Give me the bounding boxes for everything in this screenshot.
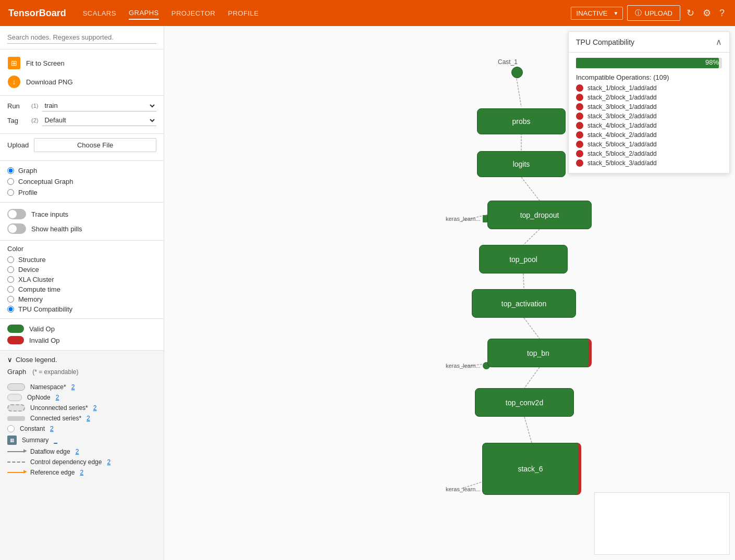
tpu-item-label: stack_2/block_1/add/add: [587, 94, 657, 101]
color-memory-radio[interactable]: [7, 296, 14, 303]
legend-reference-link[interactable]: 2: [80, 469, 83, 476]
cast1-node[interactable]: [511, 67, 523, 78]
top-bn-node[interactable]: top_bn: [487, 339, 592, 367]
legend-unconnected-link[interactable]: 2: [93, 404, 97, 412]
color-compute-radio[interactable]: [7, 286, 14, 293]
graph-radio[interactable]: [7, 167, 14, 174]
color-xla-label[interactable]: XLA Cluster: [18, 276, 54, 283]
tpu-dot: [576, 141, 583, 148]
show-health-pills-label: Show health pills: [31, 225, 82, 233]
tag-select[interactable]: Default: [42, 115, 156, 126]
info-icon: ⓘ: [635, 8, 642, 18]
fit-to-screen-row[interactable]: ⊞ Fit to Screen: [7, 54, 156, 72]
legend-unconnected-label: Unconnected series*: [30, 404, 88, 412]
legend-graph-label: Graph: [7, 368, 26, 376]
mini-map[interactable]: [594, 492, 730, 555]
legend-control-dep-row: Control dependency edge 2: [7, 457, 156, 467]
legend-summary-link[interactable]: _: [54, 437, 57, 444]
color-device-label[interactable]: Device: [18, 266, 39, 273]
tpu-dot: [576, 159, 583, 167]
tpu-item-label: stack_3/block_1/add/add: [587, 103, 657, 110]
svg-line-2: [521, 177, 540, 201]
color-device-radio[interactable]: [7, 266, 14, 273]
nav-graphs[interactable]: GRAPHS: [129, 7, 159, 20]
color-structure-label[interactable]: Structure: [18, 256, 46, 264]
tpu-list-item: stack_4/block_1/add/add: [576, 121, 722, 130]
legend-reference-row: Reference edge 2: [7, 467, 156, 478]
valid-op-label: Valid Op: [29, 325, 55, 333]
conceptual-graph-radio-label[interactable]: Conceptual Graph: [18, 178, 74, 185]
legend-control-dep-link[interactable]: 2: [107, 458, 111, 466]
legend-namespace-label: Namespace*: [30, 383, 66, 391]
top-activation-node[interactable]: top_activation: [472, 289, 576, 318]
tpu-item-label: stack_4/block_2/add/add: [587, 131, 657, 139]
tpu-panel-close-button[interactable]: ∧: [716, 37, 722, 47]
top-dropout-node[interactable]: top_dropout: [487, 201, 592, 229]
tpu-list-item: stack_1/block_1/add/add: [576, 83, 722, 93]
legend-close-label: Close legend.: [16, 356, 57, 364]
legend-dataflow-label: Dataflow edge: [30, 448, 70, 455]
layout: ⊞ Fit to Screen ↓ Download PNG Run (1) t…: [0, 26, 735, 560]
color-compute-label[interactable]: Compute time: [18, 285, 60, 293]
tpu-incompat-title: Incompatible Operations: (109): [569, 70, 729, 83]
choose-file-button[interactable]: Choose File: [34, 138, 156, 152]
legend-close-row[interactable]: ∨ Close legend.: [7, 356, 156, 364]
search-input[interactable]: [7, 31, 156, 44]
color-structure-radio[interactable]: [7, 256, 14, 263]
legend-connected-label: Connected series*: [30, 415, 81, 422]
legend-namespace-link[interactable]: 2: [71, 383, 75, 391]
legend-summary-label: Summary: [22, 437, 48, 444]
show-health-pills-toggle[interactable]: [7, 223, 26, 234]
conceptual-graph-radio[interactable]: [7, 178, 14, 185]
legend-connected-row: Connected series* 2: [7, 413, 156, 424]
tpu-dot: [576, 131, 583, 139]
logits-node[interactable]: logits: [477, 151, 566, 177]
svg-line-5: [523, 273, 524, 289]
tpu-dot: [576, 113, 583, 120]
profile-radio[interactable]: [7, 189, 14, 196]
main-graph-area[interactable]: Cast_1 probs logits keras_learn... top_d…: [164, 26, 735, 560]
upload-button[interactable]: ⓘ UPLOAD: [627, 5, 680, 21]
stack6-node[interactable]: stack_6: [482, 443, 581, 495]
profile-radio-label[interactable]: Profile: [18, 189, 38, 196]
nav-profile[interactable]: PROFILE: [228, 7, 259, 19]
help-icon[interactable]: ?: [717, 6, 727, 21]
nav-scalars[interactable]: SCALARS: [83, 7, 116, 19]
top-pool-node[interactable]: top_pool: [479, 245, 568, 273]
color-tpu-radio[interactable]: [7, 306, 14, 313]
trace-inputs-toggle[interactable]: [7, 209, 26, 219]
keras2-side-node: keras_learn...: [446, 362, 490, 369]
tpu-dot: [576, 150, 583, 157]
legend-constant-link[interactable]: 2: [50, 425, 54, 432]
tpu-item-label: stack_3/block_2/add/add: [587, 113, 657, 120]
legend-summary-row: ▦ Summary _: [7, 434, 156, 446]
svg-line-6: [524, 318, 540, 339]
trace-inputs-row: Trace inputs: [7, 207, 156, 221]
legend-expandable-note: (* = expandable): [32, 368, 78, 376]
run-select[interactable]: train: [42, 100, 156, 111]
color-tpu-label[interactable]: TPU Compatibility: [18, 305, 72, 313]
download-png-label: Download PNG: [26, 78, 73, 86]
top-conv2d-node[interactable]: top_conv2d: [475, 388, 574, 417]
color-xla-radio[interactable]: [7, 276, 14, 283]
color-memory-label[interactable]: Memory: [18, 295, 43, 303]
color-compute-row: Compute time: [7, 284, 156, 294]
invalid-op-row: Invalid Op: [7, 334, 156, 346]
svg-line-0: [516, 76, 521, 107]
profile-radio-row: Profile: [7, 187, 156, 198]
invalid-op-pill: [7, 336, 24, 344]
status-select[interactable]: INACTIVE: [571, 7, 623, 20]
upload-label: Upload: [7, 141, 29, 149]
legend-connected-link[interactable]: 2: [87, 415, 90, 422]
tpu-list-item: stack_3/block_1/add/add: [576, 102, 722, 111]
nav-projector[interactable]: PROJECTOR: [172, 7, 215, 19]
constant-icon: [7, 425, 15, 432]
unconnected-series-icon: [7, 404, 25, 412]
download-png-row[interactable]: ↓ Download PNG: [7, 72, 156, 91]
legend-dataflow-link[interactable]: 2: [76, 448, 79, 455]
refresh-icon[interactable]: ↻: [684, 5, 696, 21]
probs-node[interactable]: probs: [477, 108, 566, 134]
settings-icon[interactable]: ⚙: [701, 5, 713, 21]
legend-opnode-link[interactable]: 2: [56, 394, 59, 401]
graph-radio-label[interactable]: Graph: [18, 167, 37, 175]
